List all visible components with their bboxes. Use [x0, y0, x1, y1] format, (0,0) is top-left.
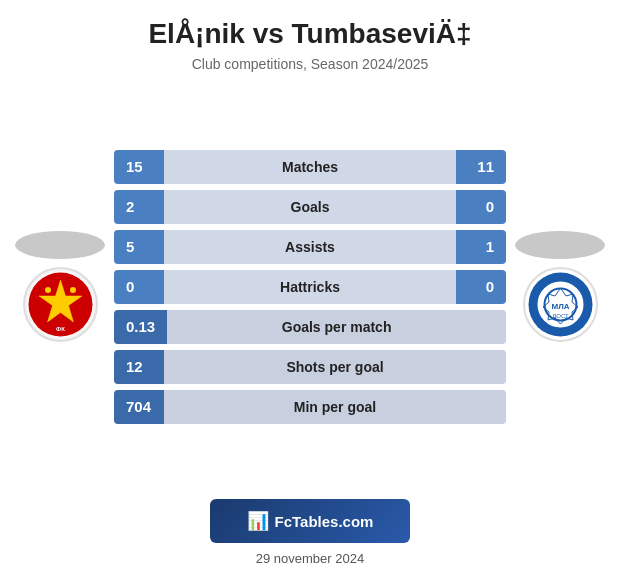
team-logo-left: ФК — [10, 231, 110, 342]
stat-row-matches: 15Matches11 — [114, 150, 506, 184]
oval-decoration-left — [15, 231, 105, 259]
stat-row-min-per-goal: 704Min per goal — [114, 390, 506, 424]
stats-section: 15Matches112Goals05Assists10Hattricks00.… — [110, 150, 510, 424]
fctables-text: FcTables.com — [275, 513, 374, 530]
red-star-logo: ФК — [23, 267, 98, 342]
mladost-logo: МЛА ДОСТ — [523, 267, 598, 342]
stat-left-value: 5 — [114, 230, 164, 264]
oval-decoration-right — [515, 231, 605, 259]
stat-left-value: 0 — [114, 270, 164, 304]
stat-right-value: 11 — [456, 150, 506, 184]
stat-right-value: 0 — [456, 190, 506, 224]
fctables-icon: 📊 — [247, 510, 269, 532]
stat-left-value: 15 — [114, 150, 164, 184]
stat-label: Assists — [164, 230, 456, 264]
date-text: 29 november 2024 — [256, 551, 364, 566]
stat-left-value: 704 — [114, 390, 164, 424]
svg-point-4 — [70, 287, 76, 293]
stat-right-value: 0 — [456, 270, 506, 304]
stat-row-goals: 2Goals0 — [114, 190, 506, 224]
svg-text:ФК: ФК — [56, 326, 65, 332]
subtitle: Club competitions, Season 2024/2025 — [20, 56, 600, 72]
stat-label: Hattricks — [164, 270, 456, 304]
stat-right-value: 1 — [456, 230, 506, 264]
stat-label: Goals per match — [167, 310, 506, 344]
svg-point-3 — [45, 287, 51, 293]
stat-label: Goals — [164, 190, 456, 224]
stat-label: Shots per goal — [164, 350, 506, 384]
stat-row-assists: 5Assists1 — [114, 230, 506, 264]
stat-left-value: 12 — [114, 350, 164, 384]
stat-row-goals-per-match: 0.13Goals per match — [114, 310, 506, 344]
stat-row-hattricks: 0Hattricks0 — [114, 270, 506, 304]
stat-label: Matches — [164, 150, 456, 184]
page-title: ElÅ¡nik vs TumbaseviÄ‡ — [20, 18, 600, 50]
fctables-banner: 📊 FcTables.com — [210, 499, 410, 543]
stat-row-shots-per-goal: 12Shots per goal — [114, 350, 506, 384]
stat-label: Min per goal — [164, 390, 506, 424]
svg-text:ДОСТ: ДОСТ — [552, 313, 569, 319]
stat-left-value: 2 — [114, 190, 164, 224]
team-logo-right: МЛА ДОСТ — [510, 231, 610, 342]
stat-left-value: 0.13 — [114, 310, 167, 344]
svg-text:МЛА: МЛА — [551, 302, 569, 311]
